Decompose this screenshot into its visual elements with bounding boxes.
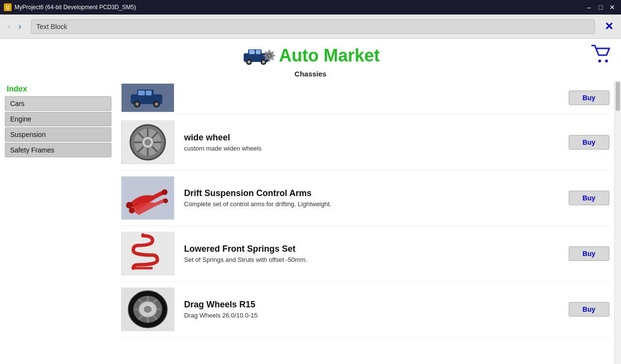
- product-row: Lowered Front Springs Set Set of Springs…: [121, 226, 609, 282]
- product-info-drag-wheels: Drag Wheels R15 Drag Wheels 26.0/10.0-15: [174, 300, 569, 319]
- forward-button[interactable]: ›: [15, 19, 25, 33]
- product-title-drag-wheels: Drag Wheels R15: [184, 300, 559, 310]
- scrollbar-thumb[interactable]: [616, 82, 620, 111]
- title-bar: U MyProject6 (64-bit Development PCD3D_S…: [0, 0, 621, 15]
- svg-rect-14: [273, 55, 275, 57]
- svg-point-44: [164, 199, 168, 203]
- sidebar-item-safety-frames[interactable]: Safety Frames: [5, 143, 111, 157]
- cart-icon[interactable]: [590, 44, 611, 69]
- logo-svg: [241, 44, 275, 68]
- svg-point-40: [145, 139, 151, 145]
- buy-button-springs[interactable]: Buy: [569, 246, 609, 261]
- product-title-control-arms: Drift Suspension Control Arms: [184, 188, 559, 198]
- address-bar[interactable]: Text Block: [31, 19, 595, 34]
- buy-button[interactable]: Buy: [569, 91, 609, 105]
- svg-rect-13: [264, 55, 265, 57]
- svg-point-5: [248, 61, 250, 63]
- sidebar-item-cars[interactable]: Cars: [5, 96, 111, 111]
- svg-rect-3: [256, 50, 261, 54]
- buy-button-wide-wheel[interactable]: Buy: [569, 135, 609, 150]
- app-logo: Auto Market: [241, 44, 380, 68]
- main-content: Auto Market Chassies Index Cars Engine S…: [0, 39, 621, 364]
- product-desc-control-arms: Complete set of control arms for driftin…: [184, 200, 559, 208]
- app-icon: U: [4, 3, 12, 11]
- sidebar-item-engine[interactable]: Engine: [5, 112, 111, 126]
- product-info-control-arms: Drift Suspension Control Arms Complete s…: [174, 188, 569, 208]
- app-header: Auto Market: [0, 39, 621, 70]
- sidebar: Index Cars Engine Suspension Safety Fram…: [0, 81, 116, 364]
- svg-point-41: [126, 202, 132, 208]
- product-row: Drag Wheels R15 Drag Wheels 26.0/10.0-15…: [121, 282, 609, 337]
- product-desc-springs: Set of Springs and Struts with offset -5…: [184, 256, 559, 263]
- minimize-button[interactable]: –: [584, 2, 594, 12]
- product-desc-wide-wheel: custom made widen wheels: [184, 145, 559, 152]
- toolbar-close-button[interactable]: ✕: [601, 18, 617, 35]
- app-name: Auto Market: [279, 46, 380, 66]
- svg-rect-24: [146, 91, 152, 95]
- svg-point-28: [155, 102, 158, 106]
- sidebar-item-suspension[interactable]: Suspension: [5, 127, 111, 142]
- svg-point-26: [136, 102, 139, 106]
- close-window-button[interactable]: ✕: [607, 2, 617, 12]
- svg-point-43: [129, 208, 134, 213]
- maximize-button[interactable]: □: [596, 2, 605, 12]
- title-bar-text: MyProject6 (64-bit Development PCD3D_SM5…: [15, 4, 584, 11]
- product-image-springs: [121, 232, 174, 275]
- svg-point-7: [262, 61, 265, 63]
- svg-rect-2: [249, 50, 255, 54]
- product-desc-drag-wheels: Drag Wheels 26.0/10.0-15: [184, 312, 559, 319]
- page-subtitle: Chassies: [0, 70, 621, 81]
- product-row: Drift Suspension Control Arms Complete s…: [121, 170, 609, 226]
- product-image-wide-wheel: [121, 121, 174, 164]
- toolbar: ‹ › Text Block ✕: [0, 15, 621, 39]
- product-info-springs: Lowered Front Springs Set Set of Springs…: [174, 244, 569, 263]
- buy-button-control-arms[interactable]: Buy: [569, 191, 609, 205]
- svg-rect-23: [138, 91, 145, 95]
- product-image-control-arms: [121, 176, 174, 220]
- svg-rect-11: [268, 50, 270, 52]
- svg-point-42: [162, 190, 167, 195]
- product-image-partial: [121, 83, 174, 112]
- buy-button-drag-wheels[interactable]: Buy: [569, 302, 609, 317]
- body-area: Index Cars Engine Suspension Safety Fram…: [0, 81, 621, 364]
- product-list[interactable]: Buy: [116, 81, 614, 364]
- product-row: wide wheel custom made widen wheels Buy: [121, 115, 609, 170]
- svg-point-50: [144, 306, 151, 312]
- sidebar-index-label: Index: [5, 85, 111, 93]
- svg-point-19: [598, 60, 601, 62]
- title-bar-controls: – □ ✕: [584, 2, 617, 12]
- product-title-springs: Lowered Front Springs Set: [184, 244, 559, 254]
- svg-point-20: [605, 60, 608, 62]
- product-row: Buy: [121, 81, 609, 115]
- svg-point-10: [268, 54, 271, 57]
- svg-rect-12: [268, 60, 270, 61]
- product-info-wide-wheel: wide wheel custom made widen wheels: [174, 133, 569, 152]
- product-image-drag-wheel: [121, 288, 174, 331]
- back-button[interactable]: ‹: [4, 19, 15, 33]
- product-title-wide-wheel: wide wheel: [184, 133, 559, 143]
- scrollbar[interactable]: [614, 81, 621, 364]
